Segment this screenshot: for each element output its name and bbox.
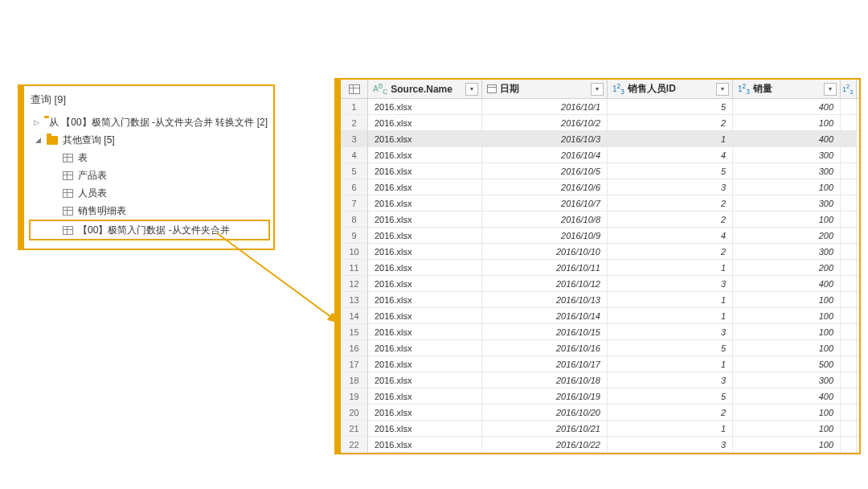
tree-query-item[interactable]: 表 [31, 149, 268, 166]
row-number[interactable]: 10 [341, 244, 368, 259]
cell-salesperson-id[interactable]: 2 [608, 405, 733, 420]
table-row[interactable]: 162016.xlsx2016/10/165100 [341, 340, 859, 356]
cell-extra[interactable] [841, 131, 857, 146]
row-number[interactable]: 2 [341, 115, 368, 130]
cell-salesperson-id[interactable]: 3 [608, 276, 733, 291]
cell-salesperson-id[interactable]: 1 [608, 292, 733, 307]
cell-extra[interactable] [841, 356, 857, 372]
cell-extra[interactable] [841, 340, 857, 355]
cell-quantity[interactable]: 300 [733, 163, 841, 179]
row-number[interactable]: 5 [341, 163, 368, 179]
cell-date[interactable]: 2016/10/13 [482, 292, 608, 307]
cell-source-name[interactable]: 2016.xlsx [368, 388, 482, 404]
cell-source-name[interactable]: 2016.xlsx [368, 131, 482, 146]
cell-salesperson-id[interactable]: 4 [608, 228, 733, 243]
filter-dropdown-icon[interactable]: ▼ [591, 83, 604, 96]
cell-date[interactable]: 2016/10/22 [482, 437, 608, 452]
table-row[interactable]: 152016.xlsx2016/10/153100 [341, 324, 859, 340]
table-row[interactable]: 32016.xlsx2016/10/31400 [341, 131, 859, 147]
column-header-date[interactable]: 日期 ▼ [482, 80, 608, 98]
table-row[interactable]: 222016.xlsx2016/10/223100 [341, 437, 859, 453]
filter-dropdown-icon[interactable]: ▼ [716, 83, 729, 96]
row-number[interactable]: 6 [341, 179, 368, 195]
tree-query-item[interactable]: 销售明细表 [31, 202, 268, 220]
cell-quantity[interactable]: 200 [733, 260, 841, 275]
cell-quantity[interactable]: 100 [733, 292, 841, 307]
cell-extra[interactable] [841, 388, 857, 404]
cell-extra[interactable] [841, 212, 857, 227]
cell-date[interactable]: 2016/10/2 [482, 115, 608, 130]
cell-quantity[interactable]: 100 [733, 437, 841, 452]
tree-folder[interactable]: ◢其他查询 [5] [31, 131, 268, 149]
filter-dropdown-icon[interactable]: ▼ [824, 83, 837, 96]
cell-source-name[interactable]: 2016.xlsx [368, 99, 482, 114]
cell-source-name[interactable]: 2016.xlsx [368, 324, 482, 339]
tree-query-item[interactable]: 人员表 [31, 184, 268, 202]
filter-dropdown-icon[interactable]: ▼ [465, 83, 478, 96]
cell-date[interactable]: 2016/10/19 [482, 388, 608, 404]
cell-source-name[interactable]: 2016.xlsx [368, 308, 482, 323]
cell-source-name[interactable]: 2016.xlsx [368, 437, 482, 452]
tree-query-item[interactable]: 【00】极简入门数据 -从文件夹合并 [29, 220, 270, 240]
cell-date[interactable]: 2016/10/1 [482, 99, 608, 114]
row-number[interactable]: 7 [341, 195, 368, 211]
row-number[interactable]: 4 [341, 147, 368, 162]
table-row[interactable]: 22016.xlsx2016/10/22100 [341, 115, 859, 131]
cell-date[interactable]: 2016/10/12 [482, 276, 608, 291]
cell-extra[interactable] [841, 179, 857, 195]
cell-date[interactable]: 2016/10/11 [482, 260, 608, 275]
cell-source-name[interactable]: 2016.xlsx [368, 179, 482, 195]
cell-salesperson-id[interactable]: 1 [608, 260, 733, 275]
cell-date[interactable]: 2016/10/6 [482, 179, 608, 195]
cell-source-name[interactable]: 2016.xlsx [368, 195, 482, 211]
table-row[interactable]: 202016.xlsx2016/10/202100 [341, 405, 859, 421]
column-header-source-name[interactable]: ABC Source.Name ▼ [368, 80, 482, 98]
row-number[interactable]: 3 [341, 131, 368, 146]
cell-date[interactable]: 2016/10/21 [482, 421, 608, 436]
table-row[interactable]: 102016.xlsx2016/10/102300 [341, 244, 859, 260]
row-number[interactable]: 9 [341, 228, 368, 243]
cell-quantity[interactable]: 400 [733, 388, 841, 404]
cell-extra[interactable] [841, 260, 857, 275]
cell-date[interactable]: 2016/10/14 [482, 308, 608, 323]
table-row[interactable]: 212016.xlsx2016/10/211100 [341, 421, 859, 437]
cell-date[interactable]: 2016/10/15 [482, 324, 608, 339]
cell-quantity[interactable]: 400 [733, 276, 841, 291]
cell-source-name[interactable]: 2016.xlsx [368, 228, 482, 243]
cell-quantity[interactable]: 400 [733, 131, 841, 146]
cell-source-name[interactable]: 2016.xlsx [368, 163, 482, 179]
cell-quantity[interactable]: 300 [733, 195, 841, 211]
cell-quantity[interactable]: 100 [733, 405, 841, 420]
cell-quantity[interactable]: 100 [733, 212, 841, 227]
cell-salesperson-id[interactable]: 5 [608, 99, 733, 114]
cell-salesperson-id[interactable]: 5 [608, 340, 733, 355]
cell-quantity[interactable]: 200 [733, 228, 841, 243]
row-number[interactable]: 16 [341, 340, 368, 355]
column-header-extra[interactable]: 123 [841, 80, 857, 98]
row-number[interactable]: 11 [341, 260, 368, 275]
table-row[interactable]: 92016.xlsx2016/10/94200 [341, 228, 859, 244]
table-row[interactable]: 122016.xlsx2016/10/123400 [341, 276, 859, 292]
cell-salesperson-id[interactable]: 1 [608, 421, 733, 436]
cell-date[interactable]: 2016/10/16 [482, 340, 608, 355]
cell-extra[interactable] [841, 324, 857, 339]
table-row[interactable]: 132016.xlsx2016/10/131100 [341, 292, 859, 308]
cell-extra[interactable] [841, 99, 857, 114]
cell-date[interactable]: 2016/10/4 [482, 147, 608, 162]
table-row[interactable]: 192016.xlsx2016/10/195400 [341, 388, 859, 405]
cell-source-name[interactable]: 2016.xlsx [368, 292, 482, 307]
column-header-salesperson-id[interactable]: 123 销售人员ID ▼ [608, 80, 733, 98]
cell-source-name[interactable]: 2016.xlsx [368, 372, 482, 388]
row-number[interactable]: 1 [341, 99, 368, 114]
cell-salesperson-id[interactable]: 1 [608, 131, 733, 146]
cell-date[interactable]: 2016/10/17 [482, 356, 608, 372]
cell-date[interactable]: 2016/10/5 [482, 163, 608, 179]
cell-source-name[interactable]: 2016.xlsx [368, 405, 482, 420]
cell-quantity[interactable]: 100 [733, 115, 841, 130]
cell-quantity[interactable]: 300 [733, 147, 841, 162]
cell-date[interactable]: 2016/10/9 [482, 228, 608, 243]
table-row[interactable]: 12016.xlsx2016/10/15400 [341, 99, 859, 115]
cell-salesperson-id[interactable]: 5 [608, 163, 733, 179]
table-row[interactable]: 142016.xlsx2016/10/141100 [341, 308, 859, 324]
cell-salesperson-id[interactable]: 3 [608, 437, 733, 452]
